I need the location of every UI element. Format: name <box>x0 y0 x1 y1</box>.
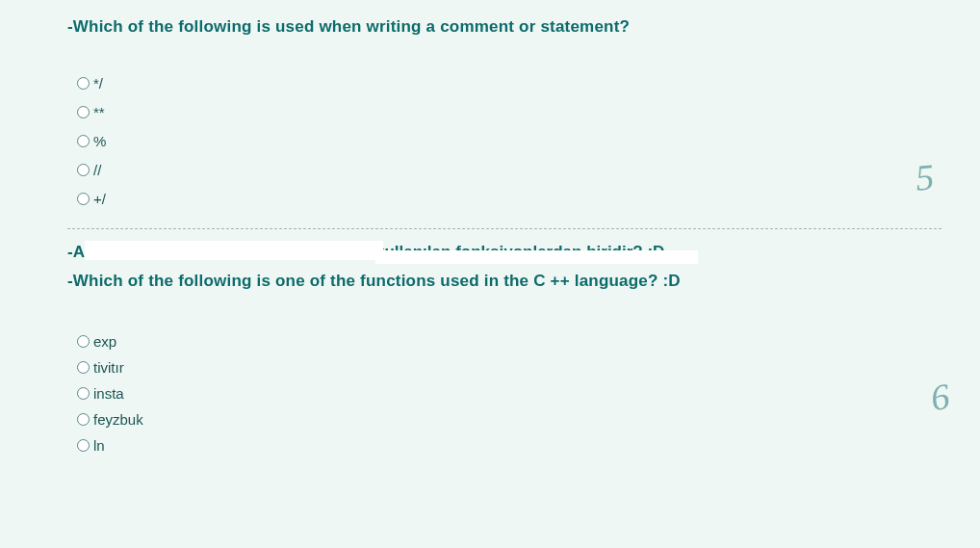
option-label: ln <box>93 437 105 454</box>
option-row[interactable]: // <box>77 162 980 178</box>
option-label: exp <box>93 333 116 350</box>
option-row[interactable]: exp <box>77 333 980 350</box>
radio-icon[interactable] <box>77 135 90 147</box>
option-label: +/ <box>93 191 106 207</box>
radio-icon[interactable] <box>77 106 90 118</box>
radio-icon[interactable] <box>77 361 90 374</box>
radio-icon[interactable] <box>77 335 90 348</box>
option-label: insta <box>93 385 124 402</box>
option-row[interactable]: ** <box>77 104 980 120</box>
question-1-options: */ ** % // +/ <box>67 75 980 207</box>
radio-icon[interactable] <box>77 193 90 205</box>
option-row[interactable]: +/ <box>77 191 980 207</box>
obscured-question-line: -Aşağıdakilerden hangisi C++ dilinde kul… <box>67 243 980 264</box>
option-row[interactable]: */ <box>77 75 980 91</box>
radio-icon[interactable] <box>77 77 90 90</box>
margin-annotation-5: 5 <box>914 155 936 198</box>
option-label: // <box>93 162 101 178</box>
question-2-text: -Which of the following is one of the fu… <box>67 272 980 291</box>
option-row[interactable]: feyzbuk <box>77 411 980 428</box>
question-1-text: -Which of the following is used when wri… <box>67 17 980 37</box>
option-label: % <box>93 133 106 149</box>
radio-icon[interactable] <box>77 413 90 426</box>
option-row[interactable]: ln <box>77 437 980 454</box>
option-row[interactable]: tivitır <box>77 359 980 376</box>
radio-icon[interactable] <box>77 387 90 400</box>
option-label: */ <box>93 75 103 91</box>
divider <box>67 228 941 229</box>
question-2-options: exp tivitır insta feyzbuk ln <box>67 333 980 454</box>
option-label: ** <box>93 104 105 120</box>
option-row[interactable]: insta <box>77 385 980 402</box>
option-label: tivitır <box>93 359 124 376</box>
option-label: feyzbuk <box>93 411 143 428</box>
radio-icon[interactable] <box>77 439 90 452</box>
radio-icon[interactable] <box>77 164 90 176</box>
option-row[interactable]: % <box>77 133 980 149</box>
